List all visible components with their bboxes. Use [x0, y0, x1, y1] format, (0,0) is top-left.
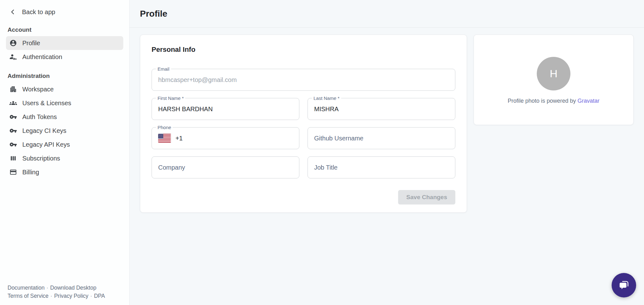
job-title-input[interactable] [314, 164, 449, 171]
key-icon [9, 113, 17, 121]
first-name-field: First Name * [152, 98, 299, 120]
job-title-field [308, 156, 455, 178]
chat-widget-button[interactable] [612, 273, 636, 297]
person-key-icon [9, 53, 17, 61]
footer-link-documentation[interactable]: Documentation [8, 285, 45, 291]
sidebar-item-label: Legacy API Keys [22, 141, 70, 148]
email-input[interactable] [158, 76, 449, 84]
sidebar-item-label: Profile [22, 40, 40, 47]
main-header: Profile [130, 0, 644, 28]
personal-info-title: Personal Info [152, 46, 455, 54]
gravatar-caption-text: Profile photo is powered by [508, 98, 576, 104]
phone-field[interactable]: Phone [152, 127, 299, 149]
form-actions: Save Changes [152, 190, 455, 204]
main-area: Profile Personal Info Email First Name * [130, 0, 644, 305]
sidebar-item-label: Billing [22, 169, 39, 176]
footer-link-download-desktop[interactable]: Download Desktop [50, 285, 97, 291]
page-title: Profile [140, 9, 167, 19]
sidebar-item-legacy-ci-keys[interactable]: Legacy CI Keys [6, 124, 123, 138]
section-title-administration: Administration [8, 73, 129, 79]
phone-field-label: Phone [156, 125, 173, 130]
last-name-field: Last Name * [308, 98, 455, 120]
app-root: Back to app Account Profile Authenticati… [0, 0, 644, 305]
bars-icon [9, 155, 17, 162]
first-name-input[interactable] [158, 106, 293, 113]
email-field-label: Email [156, 66, 171, 72]
people-group-icon [9, 99, 17, 107]
github-username-input[interactable] [314, 135, 449, 142]
credit-card-icon [9, 168, 17, 176]
sidebar-footer: Documentation·Download Desktop Terms of … [8, 284, 105, 300]
company-field [152, 156, 299, 178]
footer-link-dpa[interactable]: DPA [94, 293, 105, 299]
sidebar-item-workspace[interactable]: Workspace [6, 82, 123, 96]
company-input[interactable] [158, 164, 293, 171]
first-name-field-label: First Name * [156, 95, 185, 101]
key-icon [9, 127, 17, 134]
avatar: H [537, 57, 570, 90]
footer-link-terms-of-service[interactable]: Terms of Service [8, 293, 48, 299]
sidebar-item-profile[interactable]: Profile [6, 36, 123, 50]
email-field: Email [152, 69, 455, 91]
github-username-field [308, 127, 455, 149]
building-icon [9, 85, 17, 93]
sidebar-item-label: Workspace [22, 86, 54, 93]
content-area: Personal Info Email First Name * Last Na… [130, 28, 644, 220]
gravatar-link[interactable]: Gravatar [578, 98, 600, 104]
footer-separator: · [48, 293, 54, 299]
section-title-account: Account [8, 26, 129, 33]
key-icon [9, 141, 17, 148]
footer-link-privacy-policy[interactable]: Privacy Policy [54, 293, 88, 299]
phone-dial-code: +1 [175, 135, 183, 142]
personal-info-fields: Email First Name * Last Name * Phone [152, 69, 455, 178]
person-circle-icon [9, 39, 17, 47]
sidebar-item-auth-tokens[interactable]: Auth Tokens [6, 110, 123, 124]
sidebar-item-label: Auth Tokens [22, 113, 57, 121]
gravatar-card: H Profile photo is powered by Gravatar [474, 35, 634, 125]
sidebar-item-authentication[interactable]: Authentication [6, 50, 123, 64]
back-to-app-link[interactable]: Back to app [0, 0, 129, 16]
last-name-field-label: Last Name * [312, 95, 341, 101]
settings-sidebar: Back to app Account Profile Authenticati… [0, 0, 130, 305]
footer-separator: · [45, 285, 50, 291]
chevron-left-icon [9, 8, 16, 16]
sidebar-item-users-licenses[interactable]: Users & Licenses [6, 96, 123, 110]
save-changes-button[interactable]: Save Changes [398, 190, 455, 204]
personal-info-card: Personal Info Email First Name * Last Na… [140, 35, 467, 213]
sidebar-item-label: Users & Licenses [22, 100, 71, 107]
sidebar-item-subscriptions[interactable]: Subscriptions [6, 151, 123, 165]
sidebar-item-label: Subscriptions [22, 155, 60, 162]
sidebar-item-billing[interactable]: Billing [6, 165, 123, 179]
sidebar-item-legacy-api-keys[interactable]: Legacy API Keys [6, 138, 123, 151]
footer-separator: · [88, 293, 94, 299]
back-to-app-label: Back to app [22, 8, 55, 16]
sidebar-item-label: Legacy CI Keys [22, 127, 66, 134]
last-name-input[interactable] [314, 106, 449, 113]
chat-bubbles-icon [618, 278, 630, 292]
gravatar-caption: Profile photo is powered by Gravatar [508, 98, 599, 104]
sidebar-item-label: Authentication [22, 53, 62, 61]
us-flag-icon [158, 134, 171, 143]
